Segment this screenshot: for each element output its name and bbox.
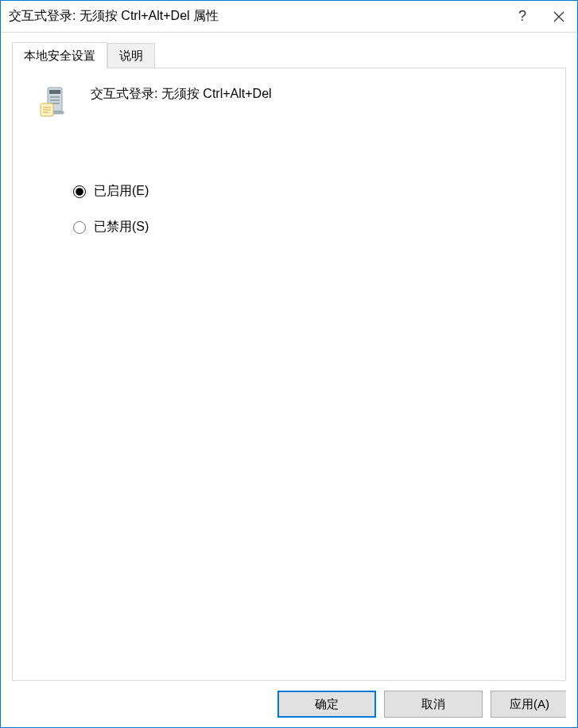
apply-button-label: 应用(A) <box>510 697 549 712</box>
radio-group: 已启用(E) 已禁用(S) <box>73 183 546 236</box>
policy-title: 交互式登录: 无须按 Ctrl+Alt+Del <box>91 84 272 103</box>
dialog-button-row: 确定 取消 应用(A) <box>1 681 577 727</box>
radio-enabled[interactable]: 已启用(E) <box>73 183 546 200</box>
cancel-button-label: 取消 <box>421 697 445 712</box>
policy-header: 交互式登录: 无须按 Ctrl+Alt+Del <box>32 84 546 119</box>
help-icon: ? <box>518 8 526 25</box>
tab-explain[interactable]: 说明 <box>107 43 155 68</box>
close-icon <box>553 11 564 22</box>
ok-button-label: 确定 <box>315 697 339 712</box>
titlebar: 交互式登录: 无须按 Ctrl+Alt+Del 属性 ? <box>1 1 577 33</box>
radio-disabled-label: 已禁用(S) <box>94 219 149 236</box>
radio-enabled-input[interactable] <box>73 185 86 198</box>
tabstrip: 本地安全设置 说明 <box>12 44 566 68</box>
ok-button[interactable]: 确定 <box>277 691 376 718</box>
svg-rect-4 <box>50 96 60 98</box>
cancel-button[interactable]: 取消 <box>384 691 483 718</box>
tab-panel-security: 交互式登录: 无须按 Ctrl+Alt+Del 已启用(E) 已禁用(S) <box>12 68 566 681</box>
tab-label: 说明 <box>119 49 143 62</box>
radio-enabled-label: 已启用(E) <box>94 183 149 200</box>
client-area: 本地安全设置 说明 <box>1 33 577 681</box>
apply-button[interactable]: 应用(A) <box>491 691 566 718</box>
close-button[interactable] <box>541 1 577 32</box>
tab-local-security-settings[interactable]: 本地安全设置 <box>12 42 107 68</box>
radio-disabled[interactable]: 已禁用(S) <box>73 219 546 236</box>
help-button[interactable]: ? <box>504 1 541 32</box>
svg-rect-3 <box>49 90 60 94</box>
server-policy-icon <box>37 84 72 119</box>
radio-disabled-input[interactable] <box>73 221 86 234</box>
tab-label: 本地安全设置 <box>24 49 95 62</box>
window-title: 交互式登录: 无须按 Ctrl+Alt+Del 属性 <box>9 8 504 25</box>
properties-dialog: 交互式登录: 无须按 Ctrl+Alt+Del 属性 ? 本地安全设置 说明 <box>0 0 578 728</box>
svg-rect-5 <box>50 99 60 101</box>
